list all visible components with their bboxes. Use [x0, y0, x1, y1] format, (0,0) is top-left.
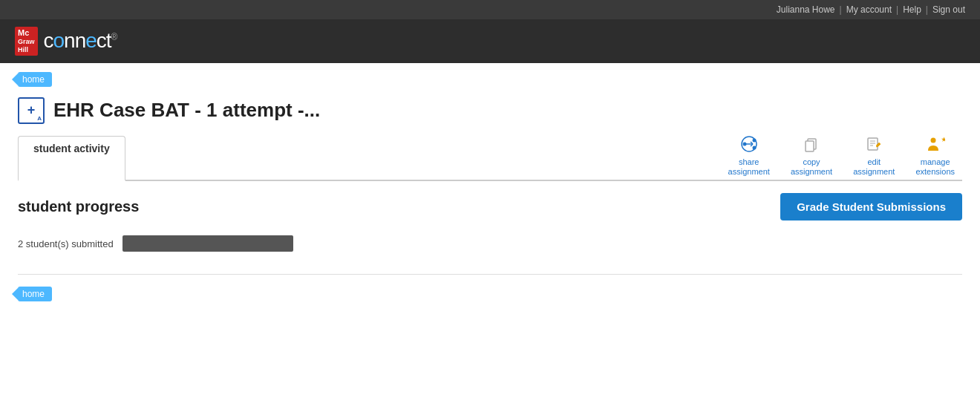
svg-marker-15: [941, 137, 945, 142]
mcgraw-badge: Mc Graw Hill: [15, 27, 38, 56]
a-label: A: [37, 115, 42, 122]
breadcrumb-top[interactable]: home: [18, 72, 962, 97]
copy-assignment-label: copy assignment: [791, 157, 832, 177]
help-link[interactable]: Help: [903, 4, 921, 15]
my-account-link[interactable]: My account: [846, 4, 892, 15]
home-breadcrumb-bottom-label: home: [22, 289, 45, 299]
manage-extensions-label: manage extensions: [915, 157, 955, 177]
svg-point-5: [752, 146, 756, 149]
top-bar: Julianna Howe | My account | Help | Sign…: [0, 0, 980, 19]
copy-assignment-action[interactable]: copy assignment: [783, 136, 840, 177]
sep3: |: [926, 4, 928, 15]
share-assignment-label: share assignment: [728, 157, 770, 177]
tab-student-activity-label: student activity: [33, 143, 110, 154]
assignment-icon: + A: [18, 97, 45, 124]
grade-student-submissions-button[interactable]: Grade Student Submissions: [780, 193, 962, 220]
progress-bar-container: [122, 235, 293, 252]
edit-assignment-icon: [866, 136, 882, 156]
copy-assignment-icon: [803, 136, 820, 156]
svg-point-14: [930, 137, 935, 143]
assignment-title: EHR Case BAT - 1 attempt -...: [53, 99, 320, 122]
tab-actions: share assignment copy assignment: [721, 136, 962, 180]
progress-row: 2 student(s) submitted: [18, 235, 962, 252]
progress-bar-fill: [122, 235, 293, 252]
breadcrumb-bottom[interactable]: home: [18, 287, 962, 312]
main-content: home + A EHR Case BAT - 1 attempt -... s…: [0, 63, 980, 327]
manage-extensions-icon: [926, 136, 945, 156]
sep2: |: [896, 4, 898, 15]
svg-rect-8: [806, 141, 814, 151]
edit-assignment-action[interactable]: edit assignment: [846, 136, 902, 177]
hill-text: Hill: [18, 46, 35, 54]
assignment-title-row: + A EHR Case BAT - 1 attempt -...: [18, 97, 962, 124]
username-label: Julianna Howe: [777, 4, 835, 15]
manage-extensions-action[interactable]: manage extensions: [908, 136, 962, 177]
section-divider: [18, 274, 962, 275]
header: Mc Graw Hill connect®: [0, 19, 980, 63]
plus-symbol: +: [27, 102, 36, 118]
mc-text: Mc: [18, 28, 35, 38]
section-header-row: student progress Grade Student Submissio…: [18, 193, 962, 220]
connect-logo: connect®: [44, 29, 117, 53]
tab-bar: student activity: [18, 136, 962, 181]
edit-assignment-label: edit assignment: [853, 157, 895, 177]
home-breadcrumb-top[interactable]: home: [18, 72, 52, 87]
share-assignment-icon: [741, 136, 757, 156]
share-assignment-action[interactable]: share assignment: [721, 136, 777, 177]
graw-text: Graw: [18, 38, 35, 46]
tab-student-activity[interactable]: student activity: [18, 136, 125, 181]
student-progress-title: student progress: [18, 198, 139, 215]
svg-point-6: [742, 142, 746, 146]
submitted-label: 2 student(s) submitted: [18, 238, 114, 249]
sep1: |: [840, 4, 842, 15]
home-breadcrumb-bottom[interactable]: home: [18, 287, 52, 301]
logo-container: Mc Graw Hill connect®: [15, 27, 117, 56]
svg-rect-9: [868, 138, 878, 150]
home-breadcrumb-top-label: home: [22, 74, 45, 85]
svg-point-4: [752, 138, 756, 142]
sign-out-link[interactable]: Sign out: [932, 4, 965, 15]
